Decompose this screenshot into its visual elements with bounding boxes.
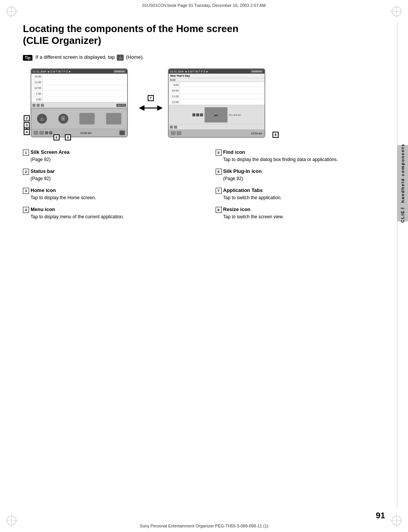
desc-body-2: (Page 92) bbox=[31, 176, 200, 182]
media-area: 📷 boy and girl bbox=[169, 105, 264, 124]
callout-2: 2 bbox=[24, 115, 30, 121]
desc-body-1: (Page 92) bbox=[31, 156, 200, 163]
status-icon-r bbox=[119, 131, 125, 135]
screen-toolbar-right bbox=[169, 124, 264, 129]
toolbar-icon-1 bbox=[32, 104, 35, 107]
desc-item-6: 6 Silk Plug-In icon (Page 92) bbox=[216, 168, 393, 182]
status-icon-find bbox=[45, 131, 48, 134]
corner-mark-bl bbox=[4, 513, 19, 528]
desc-item-2: 2 Status bar (Page 92) bbox=[23, 168, 200, 182]
desc-title-7: Application Tabs bbox=[223, 187, 263, 193]
status-bar-bottom: 10:00 am bbox=[31, 129, 127, 137]
tip-text: If a different screen is displayed, tap … bbox=[35, 54, 144, 61]
screen-toolbar: GO TO bbox=[31, 102, 127, 108]
event-row: New Year's Day bbox=[169, 74, 264, 78]
sidebar-label: CLIE™ handheld components bbox=[400, 143, 405, 222]
media-icon-3 bbox=[200, 113, 203, 116]
desc-body-8: Tap to switch the screen view. bbox=[223, 214, 393, 220]
home-btn[interactable]: ⌂ bbox=[37, 114, 47, 124]
graffiti-area bbox=[79, 113, 95, 124]
status-time-left: 10:00 am bbox=[80, 132, 91, 134]
desc-title-5: Find icon bbox=[223, 149, 245, 155]
desc-num-2: 2 bbox=[23, 169, 29, 175]
calendar-rows-right: 9:00 10:00 11:00 12:00 bbox=[169, 82, 264, 105]
descriptions-grid: 1 Silk Screen Area (Page 92) 5 Find icon… bbox=[23, 149, 393, 225]
toolbar-icon-r1 bbox=[170, 126, 173, 129]
status-icon-r1 bbox=[171, 131, 176, 135]
desc-body-4: Tap to display menu of the current appli… bbox=[31, 214, 200, 220]
device-tab-right: DateBook bbox=[251, 70, 263, 73]
desc-title-2: Status bar bbox=[31, 168, 55, 174]
photo-label: boy and girl bbox=[229, 114, 241, 116]
goto-btn: GO TO bbox=[116, 104, 126, 107]
status-time-right: 10:00 am bbox=[251, 132, 262, 135]
event-time: 8:00 bbox=[169, 78, 264, 82]
screenshots-area: 01 01 2004 ◄ S M T W T F S ► DateBook 10… bbox=[31, 68, 393, 138]
silk-area: ⌂ ☰ bbox=[31, 108, 127, 129]
bidirectional-arrow bbox=[139, 103, 162, 113]
page-number: 91 bbox=[376, 511, 385, 521]
status-icons-right bbox=[171, 131, 181, 135]
menu-btn[interactable]: ☰ bbox=[58, 114, 68, 124]
desc-num-4: 4 bbox=[23, 207, 29, 213]
device-left: 01 01 2004 ◄ S M T W T F S ► DateBook 10… bbox=[31, 68, 134, 137]
desc-item-1: 1 Silk Screen Area (Page 92) bbox=[23, 149, 200, 163]
toolbar-icon-r2 bbox=[174, 126, 177, 129]
desc-num-6: 6 bbox=[216, 169, 222, 175]
graffiti-area-2 bbox=[106, 113, 121, 124]
desc-title-1: Silk Screen Area bbox=[31, 149, 69, 155]
callout-7: 7 bbox=[148, 95, 154, 101]
status-icon-r2 bbox=[177, 131, 181, 135]
toolbar-icon-2 bbox=[37, 104, 40, 107]
photo-thumbnail: 📷 bbox=[205, 107, 227, 123]
callout-4: 4 bbox=[24, 129, 30, 135]
desc-item-3: 3 Home icon Tap to display the Home scre… bbox=[23, 187, 200, 201]
device-date-right: 01 01 2004 ◄ S M T W T F S ► bbox=[170, 70, 209, 73]
desc-num-7: 7 bbox=[216, 188, 222, 194]
main-content: Locating the components of the Home scre… bbox=[23, 23, 393, 509]
device-frame-right: 01 01 2004 ◄ S M T W T F S ► DateBook Ne… bbox=[168, 68, 265, 138]
device-tab-left: DateBook bbox=[113, 70, 126, 73]
desc-body-6: (Page 92) bbox=[223, 176, 393, 182]
desc-item-8: 8 Resize icon Tap to switch the screen v… bbox=[216, 206, 393, 220]
screen-top-left: 01 01 2004 ◄ S M T W T F S ► DateBook 10… bbox=[31, 69, 127, 108]
corner-mark-tr bbox=[389, 4, 404, 19]
toolbar-icon-3 bbox=[41, 104, 44, 107]
callout-8: 8 bbox=[273, 132, 279, 138]
desc-num-3: 3 bbox=[23, 188, 29, 194]
status-icons bbox=[34, 131, 52, 135]
arrow-area: 7 bbox=[137, 95, 164, 113]
device-right: 01 01 2004 ◄ S M T W T F S ► DateBook Ne… bbox=[168, 68, 271, 138]
callout-6: 6 bbox=[65, 134, 71, 140]
status-bar-right: 10:00 am bbox=[169, 129, 264, 137]
device-date-left: 01 01 2004 ◄ S M T W T F S ► bbox=[33, 70, 71, 73]
media-icon-2 bbox=[196, 113, 199, 116]
callout-5: 5 bbox=[53, 134, 60, 140]
desc-body-5: Tap to display the dialog box finding da… bbox=[223, 156, 393, 163]
home-icon: ⌂ bbox=[117, 55, 124, 61]
corner-mark-br bbox=[389, 513, 404, 528]
tip-label: Tip bbox=[23, 55, 32, 61]
desc-item-7: 7 Application Tabs Tap to switch the app… bbox=[216, 187, 393, 201]
desc-title-4: Menu icon bbox=[31, 206, 55, 212]
tip-box: Tip If a different screen is displayed, … bbox=[23, 54, 393, 61]
corner-mark-tl bbox=[4, 4, 19, 19]
desc-num-1: 1 bbox=[23, 150, 29, 156]
media-icon-1 bbox=[192, 113, 195, 116]
desc-body-7: Tap to switch the application. bbox=[223, 195, 393, 201]
desc-item-4: 4 Menu icon Tap to display menu of the c… bbox=[23, 206, 200, 220]
desc-body-3: Tap to display the Home screen. bbox=[31, 195, 200, 201]
page-title: Locating the components of the Home scre… bbox=[23, 23, 393, 47]
bottom-info: Sony Personal Entertainment Organizer PE… bbox=[140, 524, 268, 528]
file-info: 01US01COV.book Page 91 Tuesday, December… bbox=[142, 3, 266, 8]
desc-title-8: Resize icon bbox=[223, 206, 251, 212]
desc-num-8: 8 bbox=[216, 207, 222, 213]
callout-3: 3 bbox=[24, 122, 30, 128]
status-icon-plugin bbox=[49, 131, 52, 134]
device-header-left: 01 01 2004 ◄ S M T W T F S ► DateBook bbox=[31, 69, 127, 74]
desc-item-5: 5 Find icon Tap to display the dialog bo… bbox=[216, 149, 393, 163]
sidebar-tab: CLIE™ handheld components bbox=[397, 145, 408, 221]
status-icon-2 bbox=[39, 131, 44, 135]
desc-title-6: Silk Plug-In icon bbox=[223, 168, 262, 174]
device-header-right: 01 01 2004 ◄ S M T W T F S ► DateBook bbox=[169, 69, 264, 74]
